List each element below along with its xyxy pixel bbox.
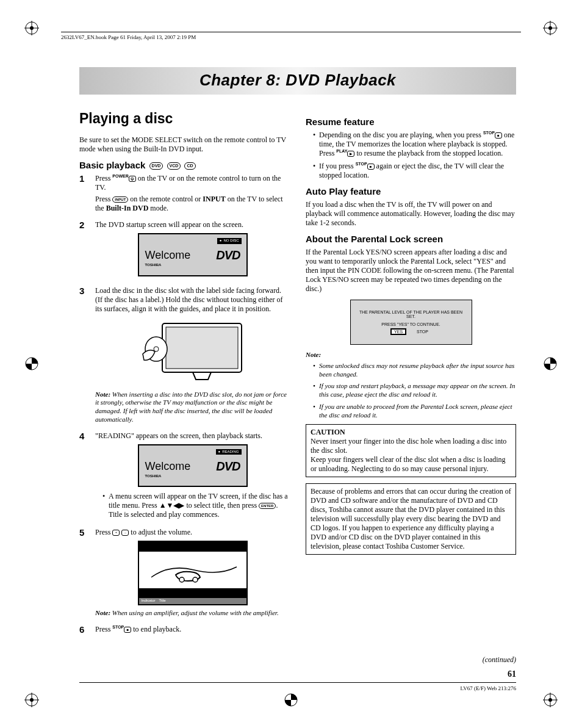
svg-rect-20: [166, 327, 238, 369]
parental-lock-screen: THE PARENTAL LEVEL OF THE PLAYER HAS BEE…: [350, 300, 472, 345]
svg-point-23: [179, 577, 184, 582]
crop-mark-icon: [543, 693, 558, 707]
step-6: Press STOP■ to end playback.: [79, 625, 290, 636]
play-key-icon: PLAY: [336, 149, 347, 153]
step-4-bullet: A menu screen will appear on the TV scre…: [102, 492, 290, 519]
dvd-badge-icon: DVD: [149, 162, 163, 170]
cd-badge-icon: CD: [184, 162, 195, 170]
autoplay-text: If you load a disc when the TV is off, t…: [306, 200, 516, 228]
crop-mark-icon: [24, 356, 39, 371]
tv-disc-insert-illustration: [138, 317, 248, 387]
footer-info: LV67 (E/F) Web 213:276: [79, 682, 516, 691]
stop-key-icon: STOP: [112, 625, 124, 629]
caution-box: CAUTION Never insert your finger into th…: [306, 424, 516, 477]
dvd-startup-screen: ●NO DISC Welcome DVD TOSHIBA: [138, 233, 248, 276]
crop-mark-icon: [543, 21, 558, 35]
step-4: "READING" appears on the screen, then pl…: [79, 431, 290, 524]
header-print-info: 2632LV67_EN.book Page 61 Friday, April 1…: [61, 32, 521, 40]
section-title-playing-disc: Playing a disc: [79, 110, 290, 127]
step-3: Load the disc in the disc slot with the …: [79, 286, 290, 427]
intro-text: Be sure to set the MODE SELECT switch on…: [79, 135, 290, 154]
autoplay-heading: Auto Play feature: [306, 186, 516, 196]
crop-mark-icon: [24, 21, 39, 35]
note-item: If you stop and restart playback, a mess…: [313, 382, 516, 399]
step-3-note: Note: When inserting a disc into the DVD…: [95, 391, 290, 424]
resume-bullet-2: If you press STOP■ again or eject the di…: [313, 162, 516, 180]
vol-down-key-icon: −: [121, 530, 129, 536]
vol-up-key-icon: +: [112, 530, 120, 536]
stop-key-icon: STOP: [483, 131, 495, 135]
power-key-icon: POWER: [112, 174, 128, 178]
resume-feature-heading: Resume feature: [306, 117, 516, 127]
svg-point-24: [193, 577, 198, 582]
disclaimer-box: Because of problems and errors that can …: [306, 483, 516, 555]
parental-lock-heading: About the Parental Lock screen: [306, 234, 516, 244]
crop-mark-icon: [543, 356, 558, 371]
parental-yes-button: YES: [391, 329, 406, 334]
crop-mark-icon: [24, 693, 39, 707]
page-number: 61: [508, 669, 516, 679]
note-label: Note:: [306, 351, 321, 358]
note-item: Some unlocked discs may not resume playb…: [313, 362, 516, 379]
note-item: If you are unable to proceed from the Pa…: [313, 403, 516, 420]
vcd-badge-icon: VCD: [167, 162, 181, 170]
basic-playback-heading: Basic playback DVD VCD CD: [79, 160, 290, 170]
dvd-reading-screen: ●READING Welcome DVD TOSHIBA: [138, 444, 248, 488]
step-2: The DVD startup screen will appear on th…: [79, 220, 290, 281]
chapter-banner: Chapter 8: DVD Playback: [79, 67, 516, 95]
playback-scene-illustration: IndicatorTitle: [138, 541, 248, 605]
resume-bullet-1: Depending on the disc you are playing, w…: [313, 131, 516, 158]
dvd-logo-icon: DVD: [216, 459, 240, 474]
arrow-keys-icon: ▲▼◀▶: [159, 501, 185, 510]
crop-mark-icon: [284, 693, 298, 707]
step-5: Press + − to adjust the volume.: [79, 528, 290, 620]
chapter-title: Chapter 8: DVD Playback: [79, 71, 516, 90]
step-5-note: Note: When using an amplifier, adjust th…: [95, 609, 290, 618]
input-key-icon: INPUT: [112, 196, 128, 203]
enter-key-icon: ENTER: [259, 503, 276, 509]
parental-stop-button: STOP: [414, 330, 431, 334]
continued-label: (continued): [483, 655, 516, 665]
stop-key-icon: STOP: [356, 162, 367, 166]
parental-lock-text: If the Parental Lock YES/NO screen appea…: [306, 248, 516, 294]
dvd-logo-icon: DVD: [216, 248, 240, 263]
step-1: Press POWER⏻ on the TV or on the remote …: [79, 174, 290, 215]
